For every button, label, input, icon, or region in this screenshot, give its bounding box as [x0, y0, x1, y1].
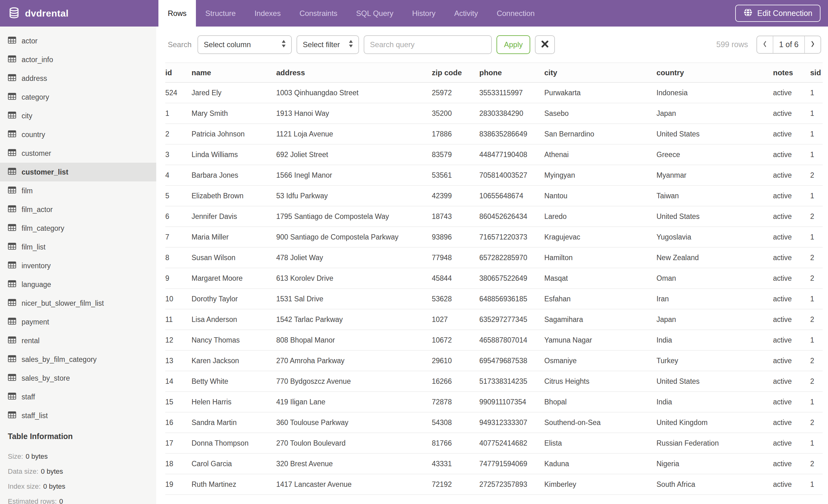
table-grid-icon: [8, 205, 16, 214]
tab-connection[interactable]: Connection: [488, 0, 544, 27]
tab-rows[interactable]: Rows: [158, 0, 196, 27]
info-value: 0 bytes: [26, 453, 48, 461]
sidebar-item-sales_by_film_category[interactable]: sales_by_film_category: [0, 350, 156, 369]
clear-search-button[interactable]: [535, 35, 555, 54]
cell-phone: 380657522649: [479, 268, 544, 288]
sidebar-item-nicer_but_slower_film_list[interactable]: nicer_but_slower_film_list: [0, 294, 156, 313]
apply-button[interactable]: Apply: [496, 35, 530, 54]
table-row[interactable]: 8Susan Wilson478 Joliet Way7794865728228…: [165, 247, 823, 268]
sidebar-item-sales_by_store[interactable]: sales_by_store: [0, 369, 156, 387]
sidebar-table-list: actoractor_infoaddresscategorycitycountr…: [0, 32, 156, 425]
cell-address: 692 Joliet Street: [276, 144, 432, 165]
table-row[interactable]: 3Linda Williams692 Joliet Street83579448…: [165, 144, 823, 165]
sidebar-item-customer[interactable]: customer: [0, 144, 156, 163]
sidebar-item-city[interactable]: city: [0, 106, 156, 125]
sidebar-item-staff[interactable]: staff: [0, 387, 156, 406]
info-label: Data size:: [8, 467, 38, 475]
cell-country: India: [657, 392, 773, 412]
tab-indexes[interactable]: Indexes: [245, 0, 290, 27]
filter-select[interactable]: Select filter: [296, 35, 359, 54]
previous-page-button[interactable]: [757, 36, 773, 53]
x-icon: [541, 40, 549, 49]
column-header-notes[interactable]: notes: [773, 63, 810, 83]
sidebar-item-category[interactable]: category: [0, 88, 156, 106]
column-header-id[interactable]: id: [165, 63, 192, 83]
sidebar-item-film_category[interactable]: film_category: [0, 219, 156, 238]
sidebar-item-payment[interactable]: payment: [0, 313, 156, 331]
column-header-phone[interactable]: phone: [479, 63, 544, 83]
cell-name: Maria Miller: [192, 227, 276, 247]
table-row[interactable]: 1Mary Smith1913 Hanoi Way352002830338429…: [165, 103, 823, 124]
table-row[interactable]: 12Nancy Thomas808 Bhopal Manor1067246588…: [165, 330, 823, 350]
cell-city: Myingyan: [544, 165, 657, 185]
tab-activity[interactable]: Activity: [445, 0, 488, 27]
column-header-address[interactable]: address: [276, 63, 432, 83]
cell-id: 9: [165, 268, 192, 288]
tab-structure[interactable]: Structure: [196, 0, 245, 27]
cell-sid: 2: [810, 165, 823, 185]
table-row[interactable]: 16Sandra Martin360 Toulouse Parkway54308…: [165, 412, 823, 433]
sidebar-item-actor_info[interactable]: actor_info: [0, 50, 156, 69]
table-row[interactable]: 4Barbara Jones1566 Inegl Manor5356170581…: [165, 165, 823, 185]
sidebar-item-country[interactable]: country: [0, 125, 156, 144]
table-row[interactable]: 10Dorothy Taylor1531 Sal Drive5362864885…: [165, 288, 823, 309]
cell-notes: active: [773, 227, 810, 247]
tab-constraints[interactable]: Constraints: [290, 0, 346, 27]
cell-phone: 272572357893: [479, 474, 544, 495]
table-row[interactable]: 7Maria Miller900 Santiago de Compostela …: [165, 227, 823, 247]
table-row[interactable]: 19Ruth Martinez1417 Lancaster Avenue7219…: [165, 474, 823, 495]
cell-zip_code: 93896: [432, 227, 479, 247]
search-query-input[interactable]: [364, 35, 492, 54]
column-header-country[interactable]: country: [657, 63, 773, 83]
cell-id: 15: [165, 392, 192, 412]
table-row[interactable]: 9Margaret Moore613 Korolev Drive45844380…: [165, 268, 823, 288]
column-header-zip_code[interactable]: zip code: [432, 63, 479, 83]
sidebar-item-language[interactable]: language: [0, 275, 156, 294]
table-row[interactable]: 17Donna Thompson270 Toulon Boulevard8176…: [165, 433, 823, 453]
column-select[interactable]: Select column: [198, 35, 292, 54]
info-value: 0 bytes: [43, 483, 65, 491]
table-row[interactable]: 18Carol Garcia320 Brest Avenue4333174779…: [165, 453, 823, 474]
cell-phone: 407752414682: [479, 433, 544, 453]
next-page-button[interactable]: [805, 36, 821, 53]
column-header-sid[interactable]: sid: [810, 63, 823, 83]
cell-city: Southend-on-Sea: [544, 412, 657, 433]
cell-notes: active: [773, 309, 810, 330]
tab-sql-query[interactable]: SQL Query: [347, 0, 403, 27]
sidebar-item-label: sales_by_film_category: [22, 355, 96, 364]
cell-phone: 695479687538: [479, 350, 544, 371]
cell-city: Yamuna Nagar: [544, 330, 657, 350]
table-row[interactable]: 6Jennifer Davis1795 Santiago de Composte…: [165, 206, 823, 227]
cell-city: Nantou: [544, 185, 657, 206]
table-grid-icon: [8, 355, 16, 364]
sidebar-item-address[interactable]: address: [0, 69, 156, 88]
table-row[interactable]: 15Helen Harris419 Iligan Lane72878990911…: [165, 392, 823, 412]
sidebar-item-staff_list[interactable]: staff_list: [0, 406, 156, 425]
table-row[interactable]: 2Patricia Johnson1121 Loja Avenue1788683…: [165, 124, 823, 144]
table-grid-icon: [8, 186, 16, 195]
edit-connection-button[interactable]: Edit Connection: [735, 5, 821, 22]
data-grid: idnameaddresszip codephonecitycountrynot…: [165, 62, 823, 495]
sidebar-item-label: customer_list: [22, 168, 69, 176]
sidebar-item-inventory[interactable]: inventory: [0, 257, 156, 275]
table-row[interactable]: 5Elizabeth Brown53 Idfu Parkway423991065…: [165, 185, 823, 206]
table-row[interactable]: 14Betty White770 Bydgoszcz Avenue1626651…: [165, 371, 823, 392]
table-row[interactable]: 11Lisa Anderson1542 Tarlac Parkway102763…: [165, 309, 823, 330]
sidebar-item-actor[interactable]: actor: [0, 32, 156, 50]
cell-phone: 648856936185: [479, 288, 544, 309]
table-row[interactable]: 524Jared Ely1003 Qinhuangdao Street25972…: [165, 83, 823, 103]
sidebar-item-customer_list[interactable]: customer_list: [0, 163, 156, 181]
table-row[interactable]: 13Karen Jackson270 Amroha Parkway2961069…: [165, 350, 823, 371]
tab-history[interactable]: History: [403, 0, 445, 27]
sidebar-item-film_actor[interactable]: film_actor: [0, 200, 156, 219]
sidebar-item-rental[interactable]: rental: [0, 331, 156, 350]
column-header-city[interactable]: city: [544, 63, 657, 83]
cell-city: San Bernardino: [544, 124, 657, 144]
column-header-name[interactable]: name: [192, 63, 276, 83]
top-bar: dvdrental RowsStructureIndexesConstraint…: [0, 0, 828, 27]
sidebar-item-film_list[interactable]: film_list: [0, 238, 156, 257]
table-grid-icon: [8, 243, 16, 252]
cell-id: 7: [165, 227, 192, 247]
table-grid-icon: [8, 393, 16, 402]
sidebar-item-film[interactable]: film: [0, 181, 156, 200]
